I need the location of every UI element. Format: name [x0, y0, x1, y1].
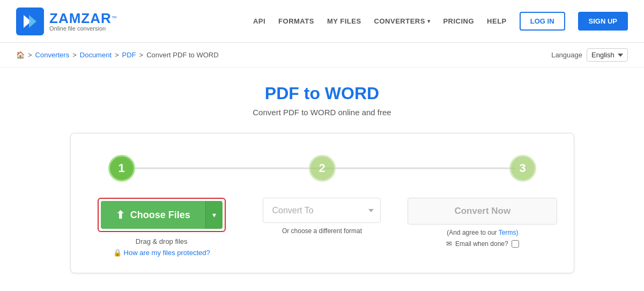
language-area: Language English	[551, 48, 628, 62]
terms-link[interactable]: Terms)	[499, 229, 519, 236]
page-subtitle: Convert PDF to WORD online and free	[16, 108, 628, 117]
signup-button[interactable]: SIGN UP	[578, 12, 628, 31]
breadcrumb-document[interactable]: Document	[80, 51, 112, 59]
nav-api[interactable]: API	[253, 17, 265, 25]
choose-files-wrapper: ⬆ Choose Files ▾	[98, 198, 226, 232]
sep1: >	[28, 51, 32, 59]
logo-area: ZAMZAR™ Online file conversion	[16, 8, 117, 35]
step-circle-2: 2	[309, 155, 336, 182]
header: ZAMZAR™ Online file conversion API FORMA…	[0, 0, 644, 43]
sep4: >	[139, 51, 144, 59]
logo-subtitle: Online file conversion	[49, 25, 117, 32]
sep2: >	[72, 51, 77, 59]
convert-to-select[interactable]: Convert To WORD DOCX	[263, 198, 381, 223]
breadcrumb-converters[interactable]: Converters	[35, 51, 70, 59]
breadcrumb: 🏠 > Converters > Document > PDF > Conver…	[16, 51, 219, 59]
email-label: Email when done?	[455, 240, 508, 248]
converters-dropdown-arrow: ▾	[427, 18, 431, 24]
upload-icon: ⬆	[116, 208, 125, 221]
step2-area: Convert To WORD DOCX Or choose a differe…	[247, 198, 397, 235]
actions-row: ⬆ Choose Files ▾ Drag & drop files 🔒 How…	[87, 198, 558, 257]
step1-area: ⬆ Choose Files ▾ Drag & drop files 🔒 How…	[87, 198, 236, 257]
logo-icon	[16, 8, 44, 35]
breadcrumb-pdf[interactable]: PDF	[122, 51, 136, 59]
steps-row: 1 2 3	[87, 155, 558, 182]
main-content: PDF to WORD Convert PDF to WORD online a…	[0, 68, 644, 284]
breadcrumb-bar: 🏠 > Converters > Document > PDF > Conver…	[0, 43, 644, 68]
login-button[interactable]: LOG IN	[520, 12, 565, 31]
page-title: PDF to WORD	[16, 84, 628, 103]
step-circle-1: 1	[108, 155, 135, 182]
logo-name: ZAMZAR	[49, 10, 112, 26]
logo-text: ZAMZAR™ Online file conversion	[49, 11, 117, 32]
home-icon[interactable]: 🏠	[16, 51, 25, 59]
logo-tm: ™	[112, 15, 117, 21]
drag-drop-text: Drag & drop files	[136, 237, 188, 245]
converter-box: 1 2 3 ⬆ Choose Files ▾	[70, 133, 574, 273]
lock-icon: 🔒	[113, 249, 122, 257]
email-row: ✉ Email when done?	[446, 240, 519, 248]
sep3: >	[115, 51, 119, 59]
step-circle-3: 3	[509, 155, 536, 182]
email-icon: ✉	[446, 240, 452, 248]
nav-formats[interactable]: FORMATS	[278, 17, 314, 25]
dropdown-chevron-icon: ▾	[212, 211, 216, 219]
choose-files-dropdown-button[interactable]: ▾	[205, 201, 223, 229]
different-format-text: Or choose a different format	[282, 227, 362, 235]
language-label: Language	[551, 51, 582, 59]
nav-help[interactable]: HELP	[487, 17, 507, 25]
convert-now-button[interactable]: Convert Now	[408, 198, 557, 225]
step3-area: Convert Now (And agree to our Terms) ✉ E…	[408, 198, 557, 248]
email-checkbox[interactable]	[512, 240, 519, 248]
breadcrumb-current: Convert PDF to WORD	[146, 51, 218, 59]
main-nav: API FORMATS MY FILES CONVERTERS ▾ PRICIN…	[253, 12, 628, 31]
agree-text: (And agree to our Terms)	[447, 229, 518, 236]
protected-link[interactable]: 🔒 How are my files protected?	[113, 249, 210, 257]
nav-my-files[interactable]: MY FILES	[327, 17, 361, 25]
nav-converters[interactable]: CONVERTERS ▾	[374, 17, 431, 25]
choose-files-button[interactable]: ⬆ Choose Files	[101, 201, 205, 229]
language-select[interactable]: English	[587, 48, 628, 62]
nav-pricing[interactable]: PRICING	[443, 17, 474, 25]
